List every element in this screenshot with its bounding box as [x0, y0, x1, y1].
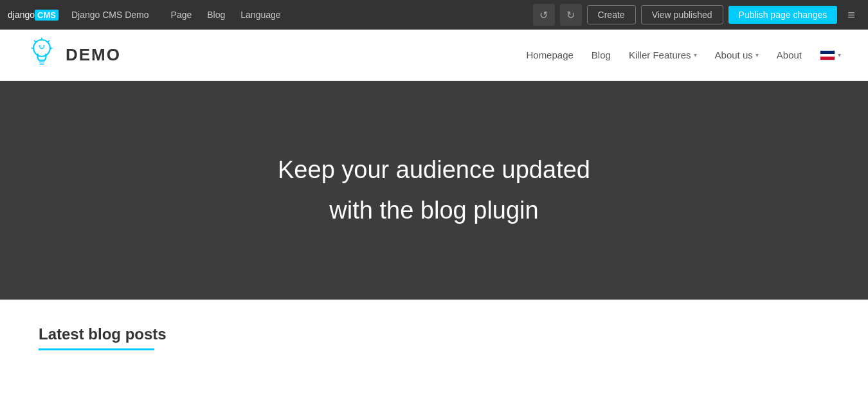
nav-blog-label: Blog: [592, 50, 611, 60]
site-name: Django CMS Demo: [71, 10, 149, 20]
redo-icon: ↻: [566, 9, 575, 21]
svg-point-8: [39, 45, 41, 47]
svg-point-9: [43, 45, 45, 47]
toolbar-nav: Page Blog Language: [165, 6, 287, 24]
toolbar-page[interactable]: Page: [165, 6, 199, 24]
site-logo: DEMO: [26, 36, 121, 75]
view-published-button[interactable]: View published: [641, 5, 723, 24]
nav-killer-features[interactable]: Killer Features ▾: [628, 47, 698, 63]
publish-button[interactable]: Publish page changes: [728, 6, 838, 24]
language-chevron-down-icon: ▾: [838, 51, 841, 59]
cms-badge: CMS: [35, 10, 59, 21]
svg-line-5: [48, 40, 50, 42]
undo-button[interactable]: ↺: [533, 4, 555, 26]
killer-features-chevron-down-icon: ▾: [694, 51, 697, 59]
flag-icon: [820, 50, 835, 60]
content-section: Latest blog posts: [0, 300, 868, 376]
django-text: django: [8, 10, 35, 20]
toolbar-actions: ↺ ↻ Create View published Publish page c…: [533, 4, 860, 26]
nav-homepage-label: Homepage: [526, 50, 573, 60]
nav-killer-features-label: Killer Features: [629, 50, 691, 60]
toolbar-blog[interactable]: Blog: [201, 6, 231, 24]
nav-about-us[interactable]: About us ▾: [714, 47, 760, 63]
svg-point-0: [33, 40, 50, 57]
redo-button[interactable]: ↻: [560, 4, 582, 26]
site-header: DEMO Homepage Blog Killer Features ▾ Abo…: [0, 30, 868, 81]
svg-line-4: [34, 40, 36, 42]
latest-blog-posts-title: Latest blog posts: [39, 325, 829, 343]
admin-toolbar: django CMS Django CMS Demo Page Blog Lan…: [0, 0, 868, 30]
django-logo: django CMS: [8, 10, 61, 21]
logo-text: DEMO: [66, 45, 121, 65]
create-button[interactable]: Create: [587, 5, 636, 24]
nav-about-us-label: About us: [715, 50, 753, 60]
nav-about[interactable]: About: [775, 47, 803, 63]
logo-icon: [26, 36, 58, 75]
hamburger-icon: ≡: [847, 8, 855, 22]
nav-homepage[interactable]: Homepage: [525, 47, 574, 63]
hero-text-line1: Keep your audience updated: [278, 156, 590, 184]
hamburger-button[interactable]: ≡: [842, 5, 860, 25]
toolbar-language[interactable]: Language: [234, 6, 287, 24]
undo-icon: ↺: [539, 9, 548, 21]
nav-language[interactable]: ▾: [818, 48, 842, 63]
hero-section: Keep your audience updated with the blog…: [0, 81, 868, 300]
nav-blog[interactable]: Blog: [590, 47, 612, 63]
about-us-chevron-down-icon: ▾: [755, 51, 759, 59]
nav-about-label: About: [777, 50, 802, 60]
hero-text-line2: with the blog plugin: [329, 197, 538, 224]
section-title-underline: [39, 348, 154, 350]
site-nav: Homepage Blog Killer Features ▾ About us…: [525, 47, 842, 63]
